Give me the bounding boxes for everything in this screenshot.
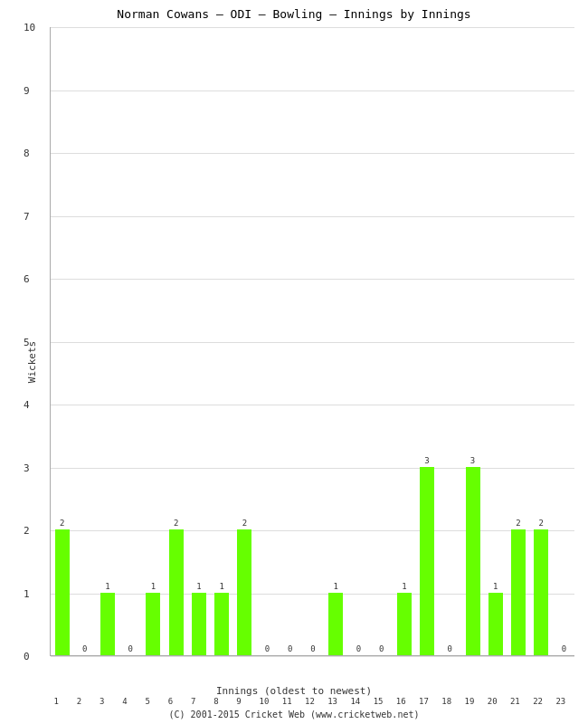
- grid-line: [51, 279, 574, 280]
- x-axis-title: Innings (oldest to newest): [0, 685, 588, 697]
- x-label: 3: [100, 697, 104, 706]
- bar-value-label: 1: [99, 582, 117, 591]
- grid-line: [51, 342, 574, 343]
- x-label: 9: [236, 697, 241, 706]
- x-label: 5: [145, 697, 149, 706]
- chart-area: 01234567891020101211200010013031220: [50, 27, 574, 656]
- bar: [466, 467, 480, 656]
- x-label: 16: [396, 697, 406, 706]
- bar-value-label: 0: [281, 644, 299, 653]
- x-label: 12: [305, 697, 315, 706]
- x-label: 2: [77, 697, 81, 706]
- grid-line: [51, 405, 574, 405]
- bar-value-label: 1: [327, 582, 345, 591]
- x-label: 20: [488, 697, 498, 706]
- y-label: 2: [24, 525, 30, 537]
- bar-value-label: 1: [213, 582, 231, 591]
- chart-title: Norman Cowans – ODI – Bowling – Innings …: [0, 0, 588, 21]
- bar: [214, 593, 229, 656]
- bar-value-label: 1: [395, 582, 413, 591]
- y-label: 9: [24, 84, 30, 96]
- bar-value-label: 2: [235, 519, 253, 528]
- x-label: 18: [441, 697, 451, 706]
- bar-value-label: 0: [76, 644, 94, 653]
- x-label: 19: [465, 697, 475, 706]
- x-label: 23: [555, 697, 565, 706]
- bar-value-label: 1: [144, 582, 162, 591]
- bar: [420, 467, 434, 656]
- x-label: 17: [419, 697, 429, 706]
- y-label: 10: [24, 22, 35, 33]
- bar: [146, 593, 160, 656]
- bar-value-label: 2: [509, 519, 527, 528]
- x-label: 14: [350, 697, 360, 706]
- y-label: 5: [24, 336, 30, 348]
- bar-value-label: 0: [373, 644, 391, 653]
- bar: [328, 593, 343, 656]
- bar: [511, 529, 526, 655]
- x-label: 8: [213, 697, 218, 706]
- bar: [55, 529, 70, 655]
- bar-value-label: 1: [190, 582, 208, 591]
- grid-line: [51, 27, 574, 28]
- bar: [488, 593, 503, 656]
- bar-value-label: 0: [349, 644, 367, 653]
- x-label: 10: [260, 697, 270, 706]
- x-label: 1: [54, 697, 59, 706]
- bar-value-label: 0: [441, 644, 459, 653]
- y-label: 6: [24, 273, 30, 285]
- x-label: 11: [282, 697, 292, 706]
- x-label: 6: [168, 697, 173, 706]
- grid-line: [51, 656, 574, 657]
- x-label: 4: [122, 697, 127, 706]
- bar-value-label: 2: [53, 519, 71, 528]
- bar: [192, 593, 206, 656]
- x-label: 7: [191, 697, 195, 706]
- grid-line: [51, 216, 574, 217]
- bar: [100, 593, 115, 656]
- y-label: 8: [24, 148, 30, 159]
- grid-line: [51, 90, 574, 91]
- bar-value-label: 3: [418, 456, 436, 465]
- grid-line: [51, 468, 574, 469]
- y-label: 4: [24, 399, 30, 411]
- grid-line: [51, 153, 574, 154]
- y-label: 7: [24, 210, 30, 222]
- y-label: 1: [24, 587, 30, 599]
- bar: [237, 529, 251, 655]
- grid-line: [51, 530, 574, 531]
- bar-value-label: 0: [121, 644, 139, 653]
- x-label: 13: [327, 697, 337, 706]
- x-label: 15: [374, 697, 384, 706]
- bar-value-label: 1: [487, 582, 505, 591]
- bar: [397, 593, 412, 656]
- bar: [534, 529, 548, 655]
- y-label: 0: [24, 651, 30, 662]
- bar-value-label: 2: [167, 519, 185, 528]
- bar-value-label: 3: [464, 456, 482, 465]
- x-label: 21: [510, 697, 520, 706]
- bar-value-label: 0: [555, 644, 573, 653]
- bar-value-label: 0: [304, 644, 322, 653]
- bar-value-label: 2: [532, 519, 550, 528]
- bar: [169, 529, 184, 655]
- copyright: (C) 2001-2015 Cricket Web (www.cricketwe…: [0, 710, 588, 719]
- y-label: 3: [24, 462, 30, 473]
- bar-value-label: 0: [259, 644, 277, 653]
- x-label: 22: [533, 697, 543, 706]
- chart-container: Norman Cowans – ODI – Bowling – Innings …: [0, 0, 588, 724]
